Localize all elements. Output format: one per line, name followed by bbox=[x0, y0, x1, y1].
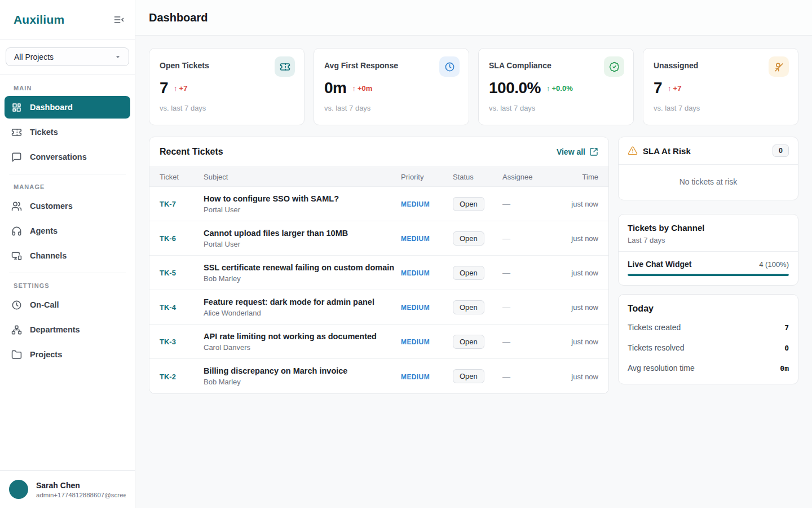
table-row[interactable]: TK-3 API rate limiting not working as do… bbox=[149, 325, 608, 359]
status-badge: Open bbox=[453, 266, 484, 280]
nav-section-settings: SETTINGS bbox=[5, 275, 130, 294]
stat-delta-value: +7 bbox=[179, 84, 188, 93]
stat-label: Unassigned bbox=[654, 58, 788, 70]
ticket-requester: Portal User bbox=[204, 205, 395, 214]
ticket-subject: API rate limiting not working as documen… bbox=[204, 332, 395, 341]
collapse-sidebar-icon bbox=[113, 14, 125, 25]
sidebar-item-label: Departments bbox=[30, 325, 80, 334]
nav-divider bbox=[9, 174, 126, 174]
assignee-value: — bbox=[502, 303, 510, 312]
priority-badge: MEDIUM bbox=[401, 373, 430, 381]
sidebar-item-label: Conversations bbox=[30, 152, 87, 161]
right-column: SLA At Risk 0 No tickets at risk Tickets… bbox=[618, 137, 798, 384]
ticket-time: just now bbox=[571, 338, 598, 346]
sidebar-item-oncall[interactable]: On-Call bbox=[5, 294, 130, 316]
ticket-time: just now bbox=[571, 234, 598, 243]
ticket-id[interactable]: TK-5 bbox=[160, 269, 176, 277]
sla-at-risk-title: SLA At Risk bbox=[643, 146, 767, 156]
table-row[interactable]: TK-2 Billing discrepancy on March invoic… bbox=[149, 359, 608, 393]
assignee-value: — bbox=[502, 337, 510, 346]
ticket-id[interactable]: TK-7 bbox=[160, 200, 176, 208]
assignee-value: — bbox=[502, 234, 510, 243]
tickets-by-channel-card: Tickets by Channel Last 7 days Live Chat… bbox=[618, 214, 798, 286]
sidebar-item-label: Dashboard bbox=[30, 103, 73, 112]
ticket-id[interactable]: TK-6 bbox=[160, 234, 176, 243]
sidebar-collapse-button[interactable] bbox=[113, 14, 125, 25]
status-badge: Open bbox=[453, 197, 484, 211]
priority-badge: MEDIUM bbox=[401, 304, 430, 312]
stat-note: vs. last 7 days bbox=[654, 104, 788, 112]
sidebar-item-label: Projects bbox=[30, 350, 62, 359]
stat-label: Avg First Response bbox=[324, 58, 458, 70]
project-filter-select[interactable]: All Projects bbox=[6, 47, 129, 66]
view-all-link[interactable]: View all bbox=[557, 147, 598, 156]
ticket-time: just now bbox=[571, 303, 598, 312]
table-row[interactable]: TK-4 Feature request: dark mode for admi… bbox=[149, 290, 608, 325]
sidebar-item-projects[interactable]: Projects bbox=[5, 343, 130, 366]
table-row[interactable]: TK-5 SSL certificate renewal failing on … bbox=[149, 256, 608, 290]
assignee-value: — bbox=[502, 372, 510, 381]
nav-divider bbox=[9, 273, 126, 273]
col-header-ticket: Ticket bbox=[160, 173, 204, 181]
ticket-time: just now bbox=[571, 373, 598, 381]
stat-delta-value: +7 bbox=[673, 84, 682, 93]
assignee-value: — bbox=[502, 268, 510, 277]
sidebar-item-departments[interactable]: Departments bbox=[5, 318, 130, 341]
col-header-priority: Priority bbox=[401, 173, 453, 181]
sidebar-item-customers[interactable]: Customers bbox=[5, 195, 130, 217]
sidebar-item-label: Tickets bbox=[30, 128, 58, 137]
clock-icon bbox=[439, 56, 460, 77]
sla-empty-message: No tickets at risk bbox=[619, 165, 798, 200]
sidebar-item-conversations[interactable]: Conversations bbox=[5, 146, 130, 168]
stat-label: Open Tickets bbox=[160, 58, 294, 70]
channel-progress-fill bbox=[628, 274, 789, 276]
headset-icon bbox=[11, 226, 22, 237]
user-x-icon bbox=[769, 56, 789, 77]
ticket-id[interactable]: TK-4 bbox=[160, 303, 176, 312]
today-label: Tickets created bbox=[628, 323, 681, 332]
ticket-subject: Feature request: dark mode for admin pan… bbox=[204, 297, 395, 306]
channel-name: Live Chat Widget bbox=[628, 260, 691, 269]
stat-value: 100.0% bbox=[489, 79, 541, 97]
status-badge: Open bbox=[453, 231, 484, 246]
sidebar-item-dashboard[interactable]: Dashboard bbox=[5, 96, 130, 119]
user-email: admin+1774812888607@screens bbox=[36, 492, 126, 498]
col-header-subject: Subject bbox=[204, 173, 401, 181]
clock-icon bbox=[11, 300, 22, 310]
arrow-up-icon: ↑ bbox=[546, 84, 550, 93]
priority-badge: MEDIUM bbox=[401, 338, 430, 346]
stat-delta-value: +0m bbox=[358, 84, 372, 93]
sidebar-item-label: Customers bbox=[30, 202, 73, 211]
tickets-by-channel-title: Tickets by Channel bbox=[628, 223, 789, 233]
main-area: Dashboard Open Tickets 7 ↑ +7 bbox=[135, 0, 812, 508]
ticket-subject: How to configure SSO with SAML? bbox=[204, 194, 395, 203]
col-header-assignee: Assignee bbox=[502, 173, 553, 181]
table-row[interactable]: TK-7 How to configure SSO with SAML? Por… bbox=[149, 187, 608, 221]
user-profile[interactable]: Sarah Chen admin+1774812888607@screens bbox=[0, 470, 135, 508]
status-badge: Open bbox=[453, 369, 484, 383]
sidebar-item-tickets[interactable]: Tickets bbox=[5, 121, 130, 143]
stat-note: vs. last 7 days bbox=[324, 104, 458, 112]
page-title: Dashboard bbox=[149, 11, 208, 24]
ticket-id[interactable]: TK-2 bbox=[160, 373, 176, 381]
col-header-time: Time bbox=[553, 173, 598, 181]
table-row[interactable]: TK-6 Cannot upload files larger than 10M… bbox=[149, 221, 608, 256]
sidebar-item-agents[interactable]: Agents bbox=[5, 220, 130, 242]
stat-value: 7 bbox=[160, 79, 168, 97]
stat-card-unassigned: Unassigned 7 ↑ +7 vs. last 7 days bbox=[643, 48, 798, 125]
ticket-subject: SSL certificate renewal failing on custo… bbox=[204, 263, 395, 272]
recent-tickets-card: Recent Tickets View all Ticket Subjec bbox=[149, 137, 609, 394]
today-row: Avg resolution time 0m bbox=[628, 358, 789, 378]
stats-grid: Open Tickets 7 ↑ +7 vs. last 7 days bbox=[149, 48, 798, 125]
ticket-id[interactable]: TK-3 bbox=[160, 338, 176, 346]
stat-note: vs. last 7 days bbox=[160, 104, 294, 112]
sidebar-item-channels[interactable]: Channels bbox=[5, 244, 130, 267]
nav-section-manage: MANAGE bbox=[5, 177, 130, 195]
sidebar-header: Auxilium bbox=[0, 0, 135, 40]
stat-delta: ↑ +0.0% bbox=[546, 84, 573, 93]
col-header-status: Status bbox=[453, 173, 502, 181]
ticket-requester: Carol Danvers bbox=[204, 343, 395, 352]
stat-value: 0m bbox=[324, 79, 346, 97]
stat-card-open-tickets: Open Tickets 7 ↑ +7 vs. last 7 days bbox=[149, 48, 304, 125]
ticket-subject: Cannot upload files larger than 10MB bbox=[204, 229, 395, 238]
